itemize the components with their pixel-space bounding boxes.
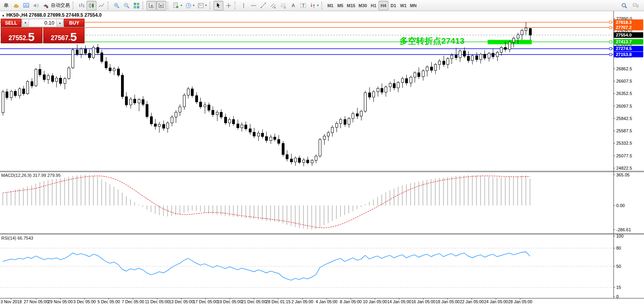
ask-price-tile[interactable]: 27567.5 bbox=[43, 27, 85, 43]
toolbar-separator bbox=[321, 2, 324, 10]
bid-big-digit: 5 bbox=[28, 32, 35, 41]
line-chart-button[interactable] bbox=[96, 1, 106, 10]
toolbar-right-group bbox=[619, 1, 643, 10]
buy-button[interactable]: BUY bbox=[64, 19, 85, 27]
text-label-button[interactable]: T bbox=[298, 1, 308, 10]
broadcast-button[interactable] bbox=[31, 1, 41, 10]
autotrading-icon bbox=[42, 2, 49, 9]
rsi-indicator-label: RSI(14) 66.7543 bbox=[1, 236, 33, 240]
crosshair-button[interactable] bbox=[223, 1, 233, 10]
candlestick-chart-button[interactable] bbox=[87, 1, 96, 10]
toolbar-separator bbox=[142, 2, 145, 10]
bid-price-tile[interactable]: 27552.5 bbox=[1, 27, 42, 43]
timeframe-h1-button[interactable]: H1 bbox=[369, 1, 379, 10]
cursor-icon bbox=[215, 2, 222, 9]
svg-text:T: T bbox=[302, 4, 304, 8]
vertical-line-button[interactable] bbox=[238, 1, 248, 10]
svg-text:27554.0: 27554.0 bbox=[616, 33, 632, 37]
svg-text:25332.5: 25332.5 bbox=[616, 141, 632, 145]
equidistant-channel-icon: E bbox=[270, 2, 277, 9]
templates-icon bbox=[198, 2, 204, 9]
timeframe-w1-button[interactable]: W1 bbox=[398, 1, 408, 10]
arrows-icon bbox=[310, 2, 316, 9]
bar-chart-button[interactable] bbox=[77, 1, 87, 10]
chart-area[interactable]: 27890.027635.027380.027125.026862.526607… bbox=[0, 0, 644, 308]
chart-shift-button[interactable] bbox=[156, 1, 166, 10]
svg-text:50: 50 bbox=[616, 264, 621, 269]
new-order-partial-button[interactable]: 单 bbox=[1, 1, 11, 10]
svg-text:11 Dec 05:00: 11 Dec 05:00 bbox=[145, 299, 169, 304]
svg-text:15: 15 bbox=[616, 285, 621, 290]
broadcast-icon bbox=[33, 2, 39, 9]
periods-button[interactable]: ▾ bbox=[184, 1, 196, 10]
horizontal-line-button[interactable] bbox=[248, 1, 258, 10]
timeframe-m15-button[interactable]: M15 bbox=[345, 1, 357, 10]
horizontal-line-icon bbox=[250, 2, 257, 9]
svg-text:-286.61: -286.61 bbox=[616, 227, 631, 232]
dropdown-caret-icon[interactable]: ▾ bbox=[181, 4, 182, 7]
svg-text:E: E bbox=[274, 6, 276, 9]
text-label-icon: T bbox=[300, 2, 306, 9]
chart-shift-icon bbox=[158, 2, 165, 9]
periods-icon bbox=[185, 2, 192, 9]
fibonacci-button[interactable]: F bbox=[278, 1, 288, 10]
svg-text:24822.5: 24822.5 bbox=[616, 166, 632, 170]
text-icon: A bbox=[290, 2, 296, 9]
sell-button[interactable]: SELL bbox=[1, 19, 21, 27]
dropdown-caret-icon[interactable]: ▾ bbox=[317, 4, 319, 7]
chat-button[interactable] bbox=[631, 1, 640, 10]
tile-windows-button[interactable] bbox=[131, 1, 141, 10]
text-button[interactable]: A bbox=[288, 1, 298, 10]
svg-text:26862.5: 26862.5 bbox=[616, 66, 632, 71]
volume-up-button[interactable]: ▲ bbox=[56, 19, 63, 27]
gold-icon bbox=[13, 2, 19, 9]
horizontal-price-lines[interactable] bbox=[0, 21, 613, 56]
timeframe-m5-button[interactable]: M5 bbox=[335, 1, 345, 10]
annotation-text[interactable]: 多空转折点27413 bbox=[400, 35, 464, 46]
cursor-button[interactable] bbox=[213, 1, 223, 10]
svg-text:28 Jan 05:00: 28 Jan 05:00 bbox=[508, 299, 533, 304]
dropdown-caret-icon[interactable]: ▾ bbox=[193, 4, 194, 7]
volume-input[interactable]: 0.10 bbox=[29, 19, 56, 27]
toolbar-separator bbox=[210, 2, 212, 10]
volume-down-button[interactable]: ▼ bbox=[22, 19, 29, 27]
templates-button[interactable]: ▾ bbox=[196, 1, 208, 10]
svg-text:3 Dec 05:00: 3 Dec 05:00 bbox=[73, 299, 96, 304]
timeframe-h4-button[interactable]: H4 bbox=[379, 1, 388, 10]
autotrading-button[interactable]: 自动交易 bbox=[41, 1, 71, 10]
timeframe-m1-button[interactable]: M1 bbox=[325, 1, 335, 10]
timeframe-m30-button[interactable]: M30 bbox=[357, 1, 368, 10]
dropdown-caret-icon[interactable]: ▾ bbox=[205, 4, 207, 7]
toolbar-separator bbox=[235, 2, 237, 10]
svg-text:365.05: 365.05 bbox=[616, 172, 630, 177]
tile-windows-icon bbox=[133, 2, 140, 9]
time-axis-labels: 3 Nov 201827 Nov 05:0029 Nov 05:003 Dec … bbox=[0, 298, 532, 304]
rsi-axis-ticks: 1008050150 bbox=[613, 234, 623, 299]
timeframe-mn-button[interactable]: MN bbox=[408, 1, 418, 10]
rsi-line bbox=[3, 252, 530, 281]
gold-button[interactable] bbox=[11, 1, 21, 10]
svg-text:29 Nov 05:00: 29 Nov 05:00 bbox=[48, 299, 73, 304]
search-button[interactable] bbox=[619, 1, 629, 10]
timeframe-d1-button[interactable]: D1 bbox=[388, 1, 398, 10]
zoom-in-button[interactable] bbox=[111, 1, 121, 10]
trendline-button[interactable] bbox=[258, 1, 268, 10]
vertical-line-icon bbox=[240, 2, 247, 9]
svg-text:18 Jan 05:00: 18 Jan 05:00 bbox=[436, 299, 460, 304]
svg-text:80: 80 bbox=[616, 246, 621, 250]
svg-text:28 Dec 01:15: 28 Dec 01:15 bbox=[266, 299, 291, 304]
rsi-level-lines bbox=[0, 248, 613, 287]
crosshair-icon bbox=[225, 2, 232, 9]
indicators-button[interactable]: ▾ bbox=[171, 1, 184, 10]
auto-scroll-button[interactable] bbox=[146, 1, 156, 10]
svg-text:27413.7: 27413.7 bbox=[616, 39, 632, 44]
chat-icon bbox=[632, 2, 639, 9]
svg-text:25077.5: 25077.5 bbox=[616, 153, 632, 158]
chart-window-button[interactable] bbox=[21, 1, 31, 10]
zoom-out-button[interactable] bbox=[121, 1, 131, 10]
arrows-button[interactable]: ▾ bbox=[308, 1, 320, 10]
svg-text:0: 0 bbox=[616, 294, 619, 299]
svg-text:14 Jan 05:00: 14 Jan 05:00 bbox=[387, 299, 411, 304]
svg-text:27818.3: 27818.3 bbox=[616, 20, 632, 25]
equidistant-channel-button[interactable]: E bbox=[268, 1, 278, 10]
